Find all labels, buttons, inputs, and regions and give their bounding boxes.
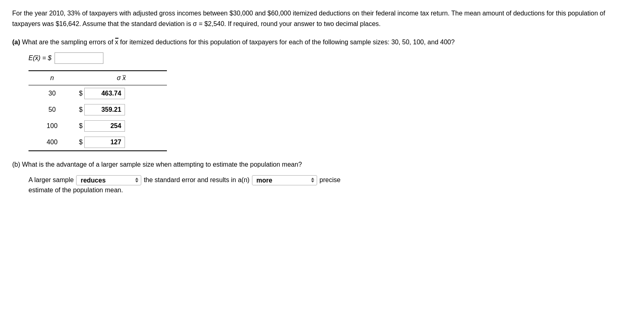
sampling-table: n σ x 30$50$100$400$ [28, 70, 167, 151]
table-row: 30$ [28, 85, 167, 102]
part-a-section: (a) What are the sampling errors of x fo… [12, 37, 632, 151]
answer-middle: the standard error and results in a(n) [144, 174, 250, 187]
table-header-row: n σ x [28, 71, 167, 85]
part-b-section: (b) What is the advantage of a larger sa… [12, 159, 632, 194]
cell-value[interactable]: $ [76, 118, 167, 134]
dropdown2-arrow [311, 178, 314, 183]
value-input-n50[interactable] [84, 104, 125, 115]
more-dropdown-wrapper[interactable]: moreless [252, 175, 317, 185]
sampling-table-container: n σ x 30$50$100$400$ [28, 70, 632, 151]
cell-n: 50 [28, 102, 76, 118]
part-b-question: (b) What is the advantage of a larger sa… [12, 159, 632, 170]
ex-row: E(x) = $ [28, 52, 632, 64]
x-bar-symbol: x [115, 37, 118, 48]
dollar-sign: $ [79, 139, 83, 146]
dollar-sign: $ [79, 106, 83, 113]
value-input-n400[interactable] [84, 137, 125, 148]
part-b-question-text: What is the advantage of a larger sample… [20, 161, 302, 168]
dollar-sign: $ [79, 122, 83, 130]
part-b-label: (b) [12, 161, 20, 168]
value-input-n30[interactable] [84, 88, 125, 99]
ex-label: E(x) = $ [28, 54, 51, 62]
table-row: 50$ [28, 102, 167, 118]
cell-value[interactable]: $ [76, 134, 167, 151]
part-b-line2: estimate of the population mean. [28, 187, 632, 194]
ex-input[interactable] [55, 52, 103, 64]
more-dropdown[interactable]: moreless [256, 177, 309, 184]
cell-value[interactable]: $ [76, 85, 167, 102]
part-a-label: (a) [12, 39, 20, 46]
reduces-dropdown[interactable]: reducesincreases [81, 177, 134, 184]
part-a-question: (a) What are the sampling errors of x fo… [12, 37, 632, 48]
cell-value[interactable]: $ [76, 102, 167, 118]
dropdown1-arrow [135, 178, 138, 183]
answer-prefix: A larger sample [28, 174, 74, 187]
cell-n: 100 [28, 118, 76, 134]
intro-paragraph: For the year 2010, 33% of taxpayers with… [12, 8, 632, 29]
part-a-question-text1: What are the sampling errors of [20, 39, 115, 46]
table-row: 100$ [28, 118, 167, 134]
part-a-question-text2: for itemized deductions for this populat… [118, 39, 455, 46]
value-input-n100[interactable] [84, 120, 125, 132]
col-n-header: n [28, 71, 76, 85]
reduces-dropdown-wrapper[interactable]: reducesincreases [76, 175, 141, 185]
answer-suffix: precise [320, 174, 341, 187]
dollar-sign: $ [79, 90, 83, 97]
col-sigma-header: σ x [76, 71, 167, 85]
part-b-answer-row: A larger sample reducesincreases the sta… [28, 174, 632, 187]
table-row: 400$ [28, 134, 167, 151]
cell-n: 400 [28, 134, 76, 151]
cell-n: 30 [28, 85, 76, 102]
